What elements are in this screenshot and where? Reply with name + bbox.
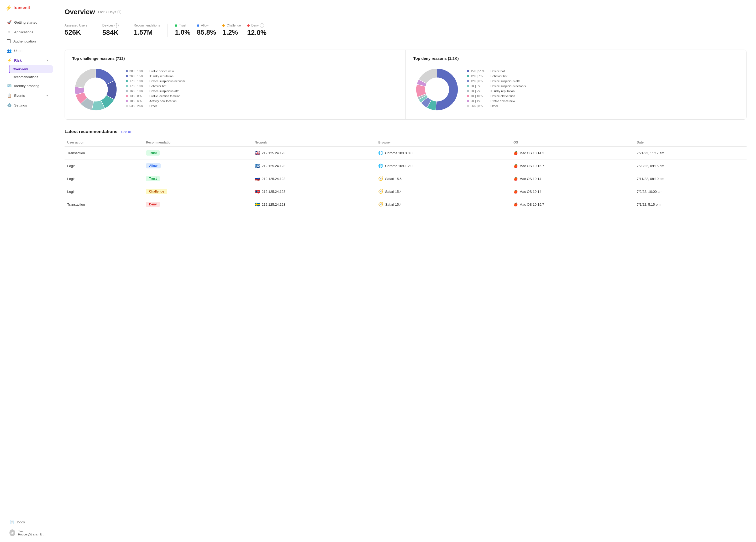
sidebar-label-events: Events bbox=[14, 94, 25, 98]
stat-divider-2 bbox=[126, 24, 126, 37]
deny-pie bbox=[413, 66, 461, 113]
cell-date: 7/2/22, 10:00 am bbox=[634, 185, 747, 198]
browser-icon: 🌐 bbox=[378, 164, 383, 168]
avatar: JH bbox=[9, 529, 15, 536]
cell-recommendation: Trust bbox=[143, 172, 252, 185]
legend-text: Behavior bot bbox=[491, 75, 508, 78]
sidebar-label-applications: Applications bbox=[14, 30, 33, 34]
sidebar-item-identity-proofing[interactable]: 🪪 Identity proofing bbox=[2, 81, 53, 91]
legend-nums: 9K | 2% bbox=[471, 90, 489, 93]
legend-dot bbox=[467, 95, 469, 97]
devices-info-icon[interactable]: i bbox=[114, 23, 119, 28]
challenge-dot bbox=[222, 24, 225, 27]
stat-challenge: Challenge 1.2% bbox=[222, 24, 247, 36]
sidebar-item-events[interactable]: 📋 Events ▾ bbox=[2, 91, 53, 100]
cell-network: 🇷🇺 212.125.24.123 bbox=[252, 172, 376, 185]
stat-divider-1 bbox=[95, 24, 95, 37]
legend-dot bbox=[467, 70, 469, 72]
browser-icon: 🧭 bbox=[378, 189, 383, 194]
legend-nums: 7K | 10% bbox=[471, 95, 489, 98]
recommendations-table: User action Recommendation Network Brows… bbox=[65, 139, 747, 211]
cell-recommendation: Trust bbox=[143, 147, 252, 160]
stat-allow: Allow 85.8% bbox=[197, 24, 223, 36]
legend-text: IP risky reputation bbox=[149, 75, 174, 78]
legend-nums: 26K | 15% bbox=[129, 75, 148, 78]
legend-nums: 17K | 10% bbox=[129, 85, 148, 88]
legend-dot bbox=[467, 90, 469, 92]
browser-value: Safari 15.5 bbox=[385, 177, 402, 181]
rec-badge: Deny bbox=[146, 202, 160, 207]
logo: ⚡ transmit bbox=[0, 0, 55, 15]
legend-dot bbox=[467, 75, 469, 77]
cell-recommendation: Allow bbox=[143, 160, 252, 172]
legend-dot bbox=[126, 75, 128, 77]
table-row: Login Trust 🇷🇺 212.125.24.123 🧭 Safari 1… bbox=[65, 172, 747, 185]
browser-value: Chrome 109.1.2.0 bbox=[385, 164, 412, 168]
legend-item: 53K | 26% Other bbox=[126, 104, 398, 108]
browser-icon: 🌐 bbox=[378, 151, 383, 155]
browser-value: Safari 15.4 bbox=[385, 190, 402, 194]
table-row: Transaction Trust 🇬🇧 212.125.24.123 🌐 Ch… bbox=[65, 147, 747, 160]
network-value: 212.125.24.123 bbox=[262, 164, 285, 168]
deny-chart-content: 15K | 51% Device bot 12K | 7% Behavior b… bbox=[413, 66, 739, 113]
risk-chevron-icon: ▾ bbox=[46, 59, 48, 62]
legend-dot bbox=[126, 85, 128, 87]
browser-value: Chrome 103.0.0.0 bbox=[385, 151, 412, 155]
sidebar-label-users: Users bbox=[14, 49, 23, 53]
os-value: Mac OS 10.15.7 bbox=[519, 203, 544, 207]
page-subtitle: Last 7 Days i bbox=[98, 10, 122, 14]
sidebar-item-risk[interactable]: ⚡ Risk ▾ bbox=[2, 56, 53, 65]
sidebar-item-users[interactable]: 👥 Users bbox=[2, 46, 53, 55]
col-network: Network bbox=[252, 139, 376, 147]
legend-item: 9K | 2% IP risky reputation bbox=[467, 90, 739, 93]
deny-chart-panel: Top deny reasons (1.2K) 15K | 51% Device… bbox=[406, 50, 747, 119]
identity-proofing-icon: 🪪 bbox=[7, 83, 12, 88]
stat-recommendations: Recommendations 1.57M bbox=[134, 24, 167, 36]
legend-nums: 53K | 26% bbox=[129, 104, 148, 108]
sidebar-item-authentication[interactable]: Authentication bbox=[2, 37, 53, 46]
legend-text: Behavior bot bbox=[149, 85, 166, 88]
stat-devices: Devices i 584K bbox=[102, 23, 126, 37]
legend-item: 10K | 6% Activity new location bbox=[126, 99, 398, 103]
sidebar-label-settings: Settings bbox=[14, 103, 27, 107]
legend-item: 30K | 18% Profile device new bbox=[126, 70, 398, 73]
subtitle-info-icon[interactable]: i bbox=[117, 10, 121, 14]
cell-user-action: Login bbox=[65, 172, 143, 185]
cell-date: 7/21/22, 11:17 am bbox=[634, 147, 747, 160]
stat-deny: Deny i 12.0% bbox=[247, 23, 267, 37]
legend-dot bbox=[126, 90, 128, 92]
legend-nums: 13K | 8% bbox=[129, 95, 148, 98]
cell-network: 🇬🇧 212.125.24.123 bbox=[252, 147, 376, 160]
see-all-link[interactable]: See all bbox=[121, 130, 132, 134]
sidebar-item-getting-started[interactable]: 🚀 Getting started bbox=[2, 18, 53, 27]
getting-started-icon: 🚀 bbox=[7, 20, 12, 25]
sidebar-item-settings[interactable]: ⚙️ Settings bbox=[2, 101, 53, 110]
deny-pie-svg bbox=[413, 66, 461, 113]
legend-text: Device suspicious attr bbox=[149, 90, 179, 93]
legend-dot bbox=[126, 70, 128, 72]
network-value: 212.125.24.123 bbox=[262, 151, 285, 155]
sidebar-item-overview[interactable]: Overview bbox=[9, 65, 53, 73]
cell-user-action: Login bbox=[65, 160, 143, 172]
legend-dot bbox=[126, 100, 128, 102]
sidebar: ⚡ transmit 🚀 Getting started ⊞ Applicati… bbox=[0, 0, 55, 542]
allow-dot bbox=[197, 24, 199, 27]
sidebar-label-getting-started: Getting started bbox=[14, 20, 38, 24]
challenge-chart-content: 30K | 18% Profile device new 26K | 15% I… bbox=[72, 66, 398, 113]
deny-info-icon[interactable]: i bbox=[260, 23, 264, 28]
sidebar-item-recommendations[interactable]: Recomendations bbox=[9, 73, 53, 81]
trust-dot bbox=[175, 24, 177, 27]
sidebar-item-applications[interactable]: ⊞ Applications bbox=[2, 27, 53, 37]
deny-dot bbox=[247, 24, 250, 27]
rec-badge: Trust bbox=[146, 150, 160, 156]
col-browser: Browser bbox=[376, 139, 511, 147]
cell-browser: 🧭 Safari 15.4 bbox=[376, 185, 511, 198]
deny-chart-title: Top deny reasons (1.2K) bbox=[413, 56, 739, 61]
legend-dot bbox=[126, 105, 128, 107]
legend-text: Profile device new bbox=[149, 70, 174, 73]
os-value: Mac OS 10.14.2 bbox=[519, 151, 544, 155]
cell-date: 7/11/22, 08:10 am bbox=[634, 172, 747, 185]
stat-trust: Trust 1.0% bbox=[175, 24, 197, 36]
rec-badge: Challenge bbox=[146, 189, 167, 194]
sidebar-item-docs[interactable]: 📄 Docs bbox=[5, 517, 50, 527]
